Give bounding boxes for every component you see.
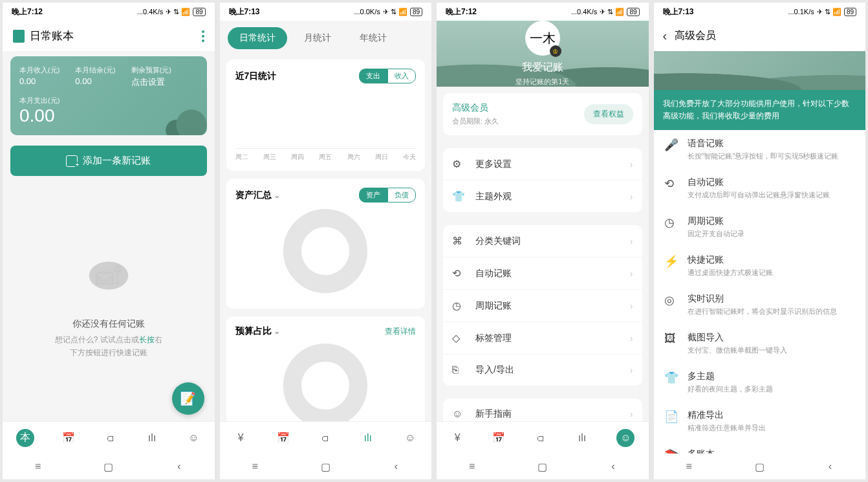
status-bar: 晚上7:13 ...0.0K/s ✈ ⇅ 📶 89 (220, 3, 432, 21)
stat-budget[interactable]: 剩余预算(元)点击设置 (131, 65, 171, 88)
screen-stats: 晚上7:13 ...0.0K/s ✈ ⇅ 📶 89 日常统计 月统计 年统计 近… (220, 3, 432, 479)
empty-illustration: 🛋 (63, 243, 154, 308)
nav-stats[interactable]: ılı (145, 431, 159, 445)
donut-chart-assets (283, 209, 367, 293)
screen-home: 晚上7:12 ...0.4K/s ✈ ⇅ 📶 89 日常账本 本月收入(元)0.… (3, 3, 215, 479)
nav-home[interactable]: ¥ (233, 431, 248, 445)
row-periodic[interactable]: ◷周期记账› (443, 290, 642, 322)
chevron-down-icon[interactable]: ⌄ (274, 191, 280, 200)
feature-title: 周期记账 (688, 215, 744, 227)
ledger-title[interactable]: 日常账本 (13, 28, 74, 43)
screen-profile: 晚上7:12 ...0.4K/s ✈ ⇅ 📶 89 一木 我爱记账 坚持记账的第… (437, 3, 649, 479)
nav-calendar[interactable]: 📅 (276, 431, 290, 445)
add-record-button[interactable]: 添加一条新记账 (10, 146, 207, 176)
system-nav: ≡▢‹ (220, 454, 432, 479)
profile-name: 我爱记账 (522, 61, 563, 74)
profile-hero: 一木 我爱记账 坚持记账的第1天 (437, 21, 649, 87)
nav-assets[interactable]: ⫏ (534, 431, 548, 445)
tab-monthly[interactable]: 月统计 (292, 27, 343, 49)
chevron-right-icon: › (630, 159, 633, 170)
sys-home[interactable]: ▢ (99, 461, 118, 473)
nav-assets[interactable]: ⫏ (318, 431, 332, 445)
settings-group-3: ☺新手指南› (443, 399, 642, 421)
nav-profile[interactable]: ☺ (403, 431, 417, 445)
nav-assets[interactable]: ⫏ (103, 431, 118, 445)
tab-yearly[interactable]: 年统计 (348, 27, 398, 49)
feature-title: 自动记账 (688, 177, 830, 188)
feature-row: ⟲自动记账支付成功后即可自动弹出记账悬浮窗快速记账 (654, 169, 866, 208)
row-categories[interactable]: ⌘分类关键词› (443, 225, 642, 257)
sys-back[interactable]: ‹ (169, 461, 189, 472)
feature-icon: 📄 (664, 410, 678, 433)
nav-home[interactable]: ¥ (450, 431, 464, 445)
panel-7day: 近7日统计 支出收入 周二周三周四周五周六周日今天 (226, 60, 426, 171)
nav-stats[interactable]: ılı (361, 431, 375, 445)
book-icon (13, 30, 25, 43)
feature-desc: 在进行智能记账时，将会实时显示识别后的信息 (688, 307, 837, 316)
sys-recent[interactable]: ≡ (28, 461, 48, 472)
bottom-nav: ¥ 📅 ⫏ ılı ☺ (220, 421, 432, 454)
view-details-link[interactable]: 查看详情 (385, 326, 416, 337)
nav-home[interactable]: 本 (16, 429, 34, 447)
feature-desc: 支付成功后即可自动弹出记账悬浮窗快速记账 (688, 190, 830, 200)
row-auto-record[interactable]: ⟲自动记账› (443, 257, 642, 290)
member-card: 高级会员会员期限: 永久 查看权益 (443, 93, 642, 135)
status-bar: 晚上7:12 ...0.4K/s ✈ ⇅ 📶 89 (3, 3, 215, 21)
feature-desc: 好看的夜间主题，多彩主题 (688, 384, 773, 394)
fab-quick-record[interactable]: 📝 (172, 382, 204, 415)
feature-icon: 🖼 (664, 332, 678, 355)
stat-balance: 本月结余(元)0.00 (75, 65, 115, 88)
system-nav: ≡▢‹ (3, 454, 215, 479)
feature-row: 🎤语音记账长按"智能记账"悬浮按钮，即可实现5秒极速记账 (654, 130, 866, 169)
empty-title: 你还没有任何记账 (72, 318, 145, 330)
nav-profile[interactable]: ☺ (186, 431, 201, 445)
row-guide[interactable]: ☺新手指南› (443, 399, 642, 421)
status-right: ...0.4K/s ✈ ⇅ 📶 89 (137, 8, 206, 16)
feature-row: 📚多账本多套账本，管理更明确，记账更清晰 (654, 441, 866, 454)
system-nav: ≡▢‹ (654, 454, 866, 479)
nav-calendar[interactable]: 📅 (61, 431, 76, 445)
feature-desc: 通过桌面快捷方式极速记账 (688, 268, 773, 278)
settings-group-1: ⚙更多设置› 👕主题外观› (443, 148, 642, 212)
row-theme[interactable]: 👕主题外观› (443, 181, 642, 212)
page-title: 高级会员 (675, 29, 716, 43)
screen-premium: 晚上7:13 ...0.1K/s ✈ ⇅ 📶 89 ‹ 高级会员 我们免费开放了… (654, 3, 866, 479)
row-more-settings[interactable]: ⚙更多设置› (443, 148, 642, 181)
feature-desc: 固定开支自动记录 (688, 229, 744, 239)
toggle-expense-income[interactable]: 支出收入 (359, 69, 416, 83)
status-bar: 晚上7:13 ...0.1K/s ✈ ⇅ 📶 89 (654, 3, 866, 21)
feature-icon: ⟲ (664, 177, 678, 200)
theme-icon: 👕 (452, 190, 466, 203)
feature-row: ◷周期记账固定开支自动记录 (654, 208, 866, 246)
toggle-asset-debt[interactable]: 资产负债 (359, 188, 416, 203)
view-rights-button[interactable]: 查看权益 (584, 104, 633, 124)
profile-subtitle: 坚持记账的第1天 (515, 77, 569, 87)
bottom-nav: ¥ 📅 ⫏ ılı ☺ (437, 421, 649, 454)
stat-expense: 本月支出(元)0.00 (19, 96, 198, 126)
row-import-export[interactable]: ⎘导入/导出› (443, 355, 642, 386)
nav-calendar[interactable]: 📅 (492, 431, 506, 445)
stat-income: 本月收入(元)0.00 (19, 65, 60, 88)
nav-profile[interactable]: ☺ (616, 429, 635, 447)
empty-hint: 想记点什么? 试试点击或长按右下方按钮进行快速记账 (55, 334, 162, 358)
feature-row: ◎实时识别在进行智能记账时，将会实时显示识别后的信息 (654, 285, 866, 324)
feature-row: 🖼截图导入支付宝、微信账单截图一键导入 (654, 324, 866, 363)
app-header: 日常账本 (3, 21, 215, 51)
feature-title: 截图导入 (688, 332, 787, 344)
chevron-down-icon[interactable]: ⌄ (274, 327, 280, 336)
avatar[interactable]: 一木 (525, 21, 560, 56)
back-button[interactable]: ‹ (663, 28, 667, 43)
tab-daily[interactable]: 日常统计 (228, 27, 287, 49)
feature-desc: 精准筛选任意账单并导出 (688, 423, 766, 433)
feature-row: 📄精准导出精准筛选任意账单并导出 (654, 402, 866, 441)
status-bar: 晚上7:12 ...0.4K/s ✈ ⇅ 📶 89 (437, 3, 649, 21)
bottom-nav: 本 📅 ⫏ ılı ☺ (3, 421, 215, 454)
hero-banner (654, 51, 866, 90)
menu-button[interactable] (202, 30, 204, 42)
notice-text: 我们免费开放了大部分功能供用户使用，针对以下少数高级功能，我们将收取少量的费用 (654, 90, 866, 130)
nav-stats[interactable]: ılı (575, 431, 589, 445)
feature-icon: ◷ (664, 215, 678, 239)
page-header: ‹ 高级会员 (654, 21, 866, 51)
settings-group-2: ⌘分类关键词› ⟲自动记账› ◷周期记账› ◇标签管理› ⎘导入/导出› (443, 225, 642, 386)
row-tags[interactable]: ◇标签管理› (443, 322, 642, 355)
